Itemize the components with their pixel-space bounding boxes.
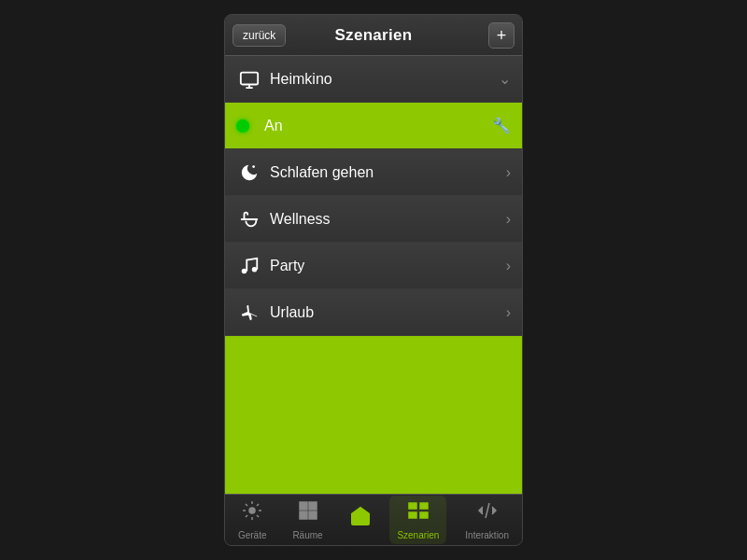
tab-geraete[interactable]: Geräte xyxy=(231,496,275,544)
geraete-tab-label: Geräte xyxy=(238,530,267,540)
svg-rect-13 xyxy=(420,512,428,518)
heimkino-label: Heimkino xyxy=(270,71,499,88)
party-label: Party xyxy=(270,258,506,274)
svg-rect-11 xyxy=(420,503,428,509)
schlafen-chevron: › xyxy=(506,164,511,181)
szenarien-tab-label: Szenarien xyxy=(397,530,439,540)
tab-bar: Geräte Räume xyxy=(225,494,522,545)
phone-container: zurück Szenarien + Heimkino ⌄ An 🔧 Schla… xyxy=(224,14,523,546)
svg-point-5 xyxy=(249,508,255,513)
urlaub-chevron: › xyxy=(506,304,511,321)
list-item-heimkino[interactable]: Heimkino ⌄ xyxy=(225,56,522,103)
list-item-urlaub[interactable]: Urlaub › xyxy=(225,289,522,336)
list-item-an[interactable]: An 🔧 xyxy=(225,103,522,149)
list-item-wellness[interactable]: Wellness › xyxy=(225,196,522,243)
tab-raeume[interactable]: Räume xyxy=(285,496,330,544)
green-area xyxy=(225,336,522,494)
list-item-party[interactable]: Party › xyxy=(225,243,522,289)
list-item-schlafen[interactable]: Schlafen gehen › xyxy=(225,149,522,196)
status-dot-icon xyxy=(236,119,249,133)
moon-icon xyxy=(236,162,262,183)
tab-home[interactable] xyxy=(342,501,379,539)
header-title: Szenarien xyxy=(334,26,412,45)
svg-rect-6 xyxy=(300,502,307,510)
svg-point-1 xyxy=(252,165,255,168)
svg-rect-2 xyxy=(241,218,258,220)
bath-icon xyxy=(236,209,262,230)
interaktion-icon xyxy=(476,499,499,527)
music-icon xyxy=(236,256,262,276)
urlaub-label: Urlaub xyxy=(270,304,506,321)
party-chevron: › xyxy=(506,258,511,274)
svg-rect-7 xyxy=(309,502,317,510)
svg-point-3 xyxy=(242,268,247,273)
schlafen-label: Schlafen gehen xyxy=(270,164,506,181)
svg-rect-12 xyxy=(409,512,416,518)
back-button[interactable]: zurück xyxy=(233,24,286,47)
plane-icon xyxy=(236,302,262,323)
tv-icon xyxy=(236,69,262,90)
add-button[interactable]: + xyxy=(488,22,514,49)
svg-point-4 xyxy=(252,266,258,272)
raeume-icon xyxy=(297,499,319,527)
wrench-icon: 🔧 xyxy=(492,117,511,134)
tab-interaktion[interactable]: Interaktion xyxy=(458,496,516,544)
svg-rect-8 xyxy=(300,511,307,519)
svg-rect-9 xyxy=(309,511,317,519)
header: zurück Szenarien + xyxy=(225,15,522,56)
list: Heimkino ⌄ An 🔧 Schlafen gehen › Wellnes… xyxy=(225,56,522,494)
tab-szenarien[interactable]: Szenarien xyxy=(389,496,446,544)
svg-rect-10 xyxy=(409,503,416,509)
interaktion-tab-label: Interaktion xyxy=(465,530,509,540)
wellness-label: Wellness xyxy=(270,211,506,228)
an-label: An xyxy=(264,118,492,134)
home-icon xyxy=(349,505,372,533)
wellness-chevron: › xyxy=(506,211,511,228)
svg-rect-0 xyxy=(241,72,258,84)
heimkino-chevron: ⌄ xyxy=(499,70,511,88)
geraete-icon xyxy=(241,499,263,527)
szenarien-icon xyxy=(407,499,430,527)
raeume-tab-label: Räume xyxy=(292,530,322,540)
